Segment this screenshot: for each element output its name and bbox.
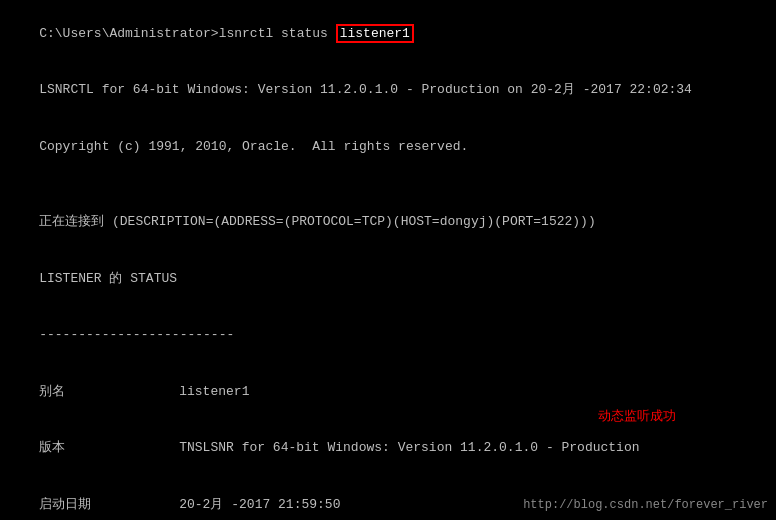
version-label: 版本 <box>39 439 179 458</box>
separator: ------------------------- <box>8 308 768 365</box>
prompt-text: C:\Users\Administrator>lsnrctl status <box>39 26 335 41</box>
alias-value: listener1 <box>179 384 249 399</box>
blank-1 <box>8 176 768 195</box>
copyright-line: Copyright (c) 1991, 2010, Oracle. All ri… <box>8 119 768 176</box>
watermark: http://blog.csdn.net/forever_river <box>523 498 768 512</box>
terminal-window: C:\Users\Administrator>lsnrctl status li… <box>0 0 776 520</box>
listener1-highlight: listener1 <box>336 24 414 43</box>
status-heading: LISTENER 的 STATUS <box>8 251 768 308</box>
connecting-line: 正在连接到 (DESCRIPTION=(ADDRESS=(PROTOCOL=TC… <box>8 194 768 251</box>
startdate-label: 启动日期 <box>39 496 179 515</box>
version-value: TNSLSNR for 64-bit Windows: Version 11.2… <box>179 440 639 455</box>
startdate-value: 20-2月 -2017 21:59:50 <box>179 497 340 512</box>
alias-label: 别名 <box>39 383 179 402</box>
version-line: LSNRCTL for 64-bit Windows: Version 11.2… <box>8 63 768 120</box>
annotation-text: 动态监听成功 <box>598 407 676 425</box>
command-line-1: C:\Users\Administrator>lsnrctl status li… <box>8 6 768 63</box>
version-row: 版本TNSLSNR for 64-bit Windows: Version 11… <box>8 421 768 478</box>
